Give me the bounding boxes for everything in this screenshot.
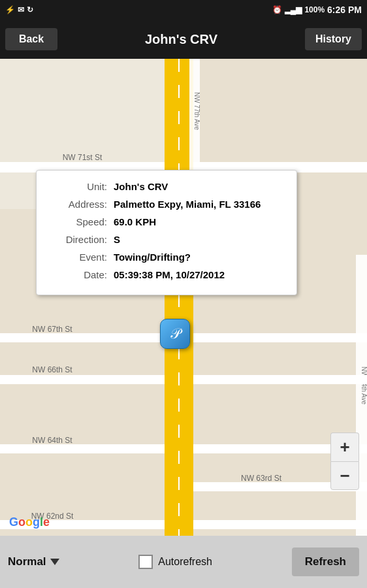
back-button[interactable]: Back — [5, 28, 57, 50]
svg-text:NW 67th St: NW 67th St — [32, 325, 72, 334]
svg-text:NW 74th Ave: NW 74th Ave — [360, 367, 367, 405]
svg-rect-14 — [193, 333, 367, 342]
google-logo: Google — [9, 515, 50, 529]
alarm-icon: ⏰ — [272, 5, 282, 14]
dropdown-arrow-icon — [50, 559, 59, 565]
zoom-controls: + − — [330, 433, 359, 490]
map-background: NW 77th Ave NW 74th Ave NW 71st St NW 67… — [0, 59, 367, 536]
status-icons-right: ⏰ ▂▄▆ 100% 6:26 PM — [272, 5, 362, 15]
svg-text:NW 71st St: NW 71st St — [63, 153, 103, 162]
time-display: 6:26 PM — [327, 5, 362, 15]
refresh-button[interactable]: Refresh — [292, 547, 359, 576]
status-bar: ⚡ ✉ ↻ ⏰ ▂▄▆ 100% 6:26 PM — [0, 0, 367, 20]
svg-text:NW 64th St: NW 64th St — [32, 436, 72, 445]
svg-rect-19 — [0, 444, 165, 453]
info-row-unit: Unit: John's CRV — [48, 180, 285, 193]
autorefresh-container: Autorefresh — [67, 555, 284, 569]
address-label: Address: — [48, 197, 107, 211]
action-bar: Back John's CRV History — [0, 20, 367, 59]
unit-label: Unit: — [48, 180, 107, 193]
zoom-in-button[interactable]: + — [330, 433, 359, 461]
info-row-event: Event: Towing/Drifting? — [48, 250, 285, 264]
event-label: Event: — [48, 250, 107, 264]
sync-icon: ↻ — [27, 5, 33, 14]
svg-rect-16 — [0, 375, 165, 384]
address-value: Palmetto Expy, Miami, FL 33166 — [114, 197, 261, 211]
svg-text:NW 66th St: NW 66th St — [32, 365, 72, 374]
usb-icon: ⚡ — [5, 5, 15, 14]
map-type-label: Normal — [8, 555, 46, 568]
svg-rect-25 — [193, 520, 367, 529]
autorefresh-label[interactable]: Autorefresh — [158, 556, 212, 568]
svg-rect-17 — [193, 375, 367, 384]
signal-icon: ▂▄▆ — [285, 5, 302, 14]
history-button[interactable]: History — [305, 28, 362, 50]
unit-value: John's CRV — [114, 180, 168, 193]
email-icon: ✉ — [18, 5, 24, 14]
speed-label: Speed: — [48, 215, 107, 229]
vehicle-marker[interactable] — [160, 319, 190, 349]
info-popup: Unit: John's CRV Address: Palmetto Expy,… — [36, 170, 297, 295]
speed-value: 69.0 KPH — [114, 215, 156, 229]
autorefresh-checkbox[interactable] — [138, 555, 153, 569]
info-row-address: Address: Palmetto Expy, Miami, FL 33166 — [48, 197, 285, 211]
direction-label: Direction: — [48, 233, 107, 246]
bottom-bar: Normal Autorefresh Refresh — [0, 536, 367, 588]
map-type-selector[interactable]: Normal — [8, 555, 59, 568]
info-row-speed: Speed: 69.0 KPH — [48, 215, 285, 229]
date-value: 05:39:38 PM, 10/27/2012 — [114, 268, 225, 282]
event-value: Towing/Drifting? — [114, 250, 191, 264]
info-row-date: Date: 05:39:38 PM, 10/27/2012 — [48, 268, 285, 282]
date-label: Date: — [48, 268, 107, 282]
status-icons-left: ⚡ ✉ ↻ — [5, 5, 33, 14]
svg-text:NW 77th Ave: NW 77th Ave — [193, 92, 200, 131]
svg-rect-13 — [0, 333, 165, 342]
battery-icon: 100% — [304, 5, 325, 14]
zoom-out-button[interactable]: − — [330, 461, 359, 490]
direction-value: S — [114, 233, 120, 246]
svg-text:NW 63rd St: NW 63rd St — [241, 474, 282, 483]
info-row-direction: Direction: S — [48, 233, 285, 246]
map-container[interactable]: NW 77th Ave NW 74th Ave NW 71st St NW 67… — [0, 59, 367, 536]
page-title: John's CRV — [57, 32, 305, 47]
